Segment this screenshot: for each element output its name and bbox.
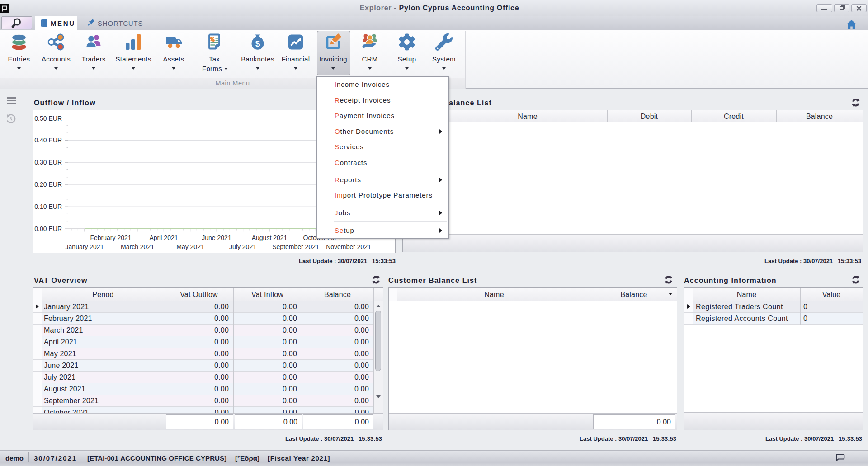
svg-text:August 2021: August 2021: [252, 234, 288, 241]
svg-text:November 2021: November 2021: [326, 243, 371, 250]
svg-text:0.30 EUR: 0.30 EUR: [34, 159, 62, 166]
svg-text:March 2021: March 2021: [121, 243, 154, 250]
svg-text:0.40 EUR: 0.40 EUR: [34, 137, 62, 144]
svg-text:$: $: [255, 39, 260, 48]
svg-text:February 2021: February 2021: [90, 234, 131, 241]
svg-text:April 2021: April 2021: [149, 234, 178, 241]
svg-text:0.00 EUR: 0.00 EUR: [34, 225, 62, 232]
svg-text:May 2021: May 2021: [176, 243, 204, 250]
svg-text:0.20 EUR: 0.20 EUR: [34, 181, 62, 188]
svg-text:June 2021: June 2021: [202, 234, 231, 241]
svg-text:0.50 EUR: 0.50 EUR: [34, 115, 62, 122]
svg-text:January 2021: January 2021: [66, 243, 104, 250]
svg-text:0.10 EUR: 0.10 EUR: [34, 203, 62, 210]
svg-text:September 2021: September 2021: [272, 243, 319, 250]
svg-text:July 2021: July 2021: [229, 243, 256, 250]
